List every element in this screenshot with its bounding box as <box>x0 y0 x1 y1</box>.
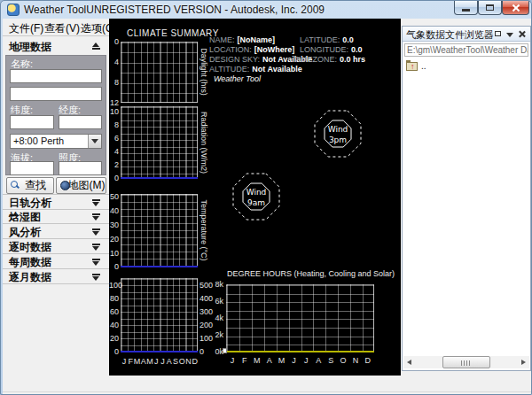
wind-time-label: 9am <box>247 198 265 207</box>
xtick-month: A <box>263 356 276 365</box>
ytick: 4 <box>109 58 119 66</box>
panel-header-geographic-data[interactable]: 地理数据 <box>3 39 109 54</box>
ytick: 12 <box>109 98 119 107</box>
expand-icon[interactable] <box>92 259 100 266</box>
name-input-2[interactable] <box>10 87 102 101</box>
ytick: 40 <box>109 321 119 329</box>
xtick-month: D <box>362 356 374 365</box>
climate-summary-canvas[interactable]: CLIMATE SUMMARY NAME:[NoName] LOCATION:[… <box>109 19 401 376</box>
timezone-selected-value: +8:00 Perth <box>13 136 64 146</box>
scroll-left-icon[interactable] <box>403 356 416 368</box>
scroll-right-icon[interactable] <box>517 356 529 368</box>
geographic-data-group: 名称: 纬度: 经度: +8:00 Perth 海拔: 照度: <box>5 55 106 175</box>
sidebar-item-monthly-data[interactable]: 逐月数据 <box>3 269 109 284</box>
monthly-dual-plot <box>121 278 198 352</box>
ytick: 0 <box>109 262 119 271</box>
illuminance-input[interactable] <box>59 161 102 175</box>
ytick: 80 <box>109 294 119 303</box>
ytick: 6 <box>109 134 119 143</box>
ytick: 4k <box>207 314 223 322</box>
monthly-baseline <box>121 351 198 352</box>
latitude-input[interactable] <box>10 115 54 129</box>
altitude-input[interactable] <box>10 161 54 175</box>
degree-hours-plot <box>226 284 374 352</box>
expand-icon[interactable] <box>92 244 100 251</box>
app-icon <box>7 4 20 16</box>
expand-icon[interactable] <box>92 199 100 206</box>
info-longitude: LONGITUDE:0.0 <box>300 45 363 54</box>
longitude-input[interactable] <box>59 115 102 129</box>
panel-menu-icon[interactable] <box>505 30 513 38</box>
collapse-icon[interactable] <box>92 43 100 50</box>
wind-label: Wind <box>328 125 348 134</box>
ytick: 30 <box>109 221 119 229</box>
search-button[interactable]: 查找 <box>6 177 54 194</box>
wind-rose-3pm[interactable]: Wind 3pm <box>309 105 366 162</box>
xtick-month: F <box>239 356 251 365</box>
horizontal-scrollbar[interactable] <box>403 356 529 368</box>
map-button[interactable]: 地图(M) <box>56 177 106 194</box>
title-bar[interactable]: Weather ToolUNREGISTERED VERSION - Autod… <box>1 1 532 19</box>
menu-item-file[interactable]: 文件(F) <box>9 21 43 36</box>
xtick-month: S <box>325 356 337 365</box>
ytick: 20 <box>109 235 119 244</box>
ytick: 0 <box>109 347 119 356</box>
wind-time-label: 3pm <box>329 136 347 144</box>
sidebar-item-hourly-data[interactable]: 逐时数据 <box>3 239 109 254</box>
temperature-plot <box>121 194 198 267</box>
maximize-button[interactable] <box>478 1 502 15</box>
ytick: 6k <box>207 297 223 306</box>
ytick: 0 <box>109 37 119 46</box>
client-area: 文件(F) 查看(V) 选项(O) 地理数据 名称: 纬度: 经度: +8:00… <box>3 19 531 393</box>
sidebar-item-wind-analysis[interactable]: 风分析 <box>3 224 109 239</box>
expand-icon[interactable] <box>92 228 100 236</box>
wind-rose-outer-octagon <box>315 111 361 157</box>
sidebar-item-psychrometric-chart[interactable]: 焓湿图 <box>3 209 109 224</box>
temperature-axis-label: Temperature (°C) <box>200 199 208 260</box>
chevron-down-icon <box>91 139 98 143</box>
xtick-month: A <box>312 356 325 365</box>
search-button-label: 查找 <box>25 179 46 191</box>
info-name: NAME:[NoName] <box>209 35 275 44</box>
daylight-axis-label: Daylight (hrs) <box>200 48 208 96</box>
scrollbar-thumb[interactable] <box>442 356 490 368</box>
ytick: 0 <box>109 174 119 182</box>
minimize-button[interactable] <box>454 1 478 15</box>
ytick: 2k <box>207 330 223 339</box>
degree-hours-baseline <box>226 351 374 352</box>
ytick: 4 <box>109 147 119 156</box>
combo-dropdown-button[interactable] <box>88 135 101 148</box>
browser-title-bar[interactable]: 气象数据文件浏览器 <box>403 27 530 42</box>
info-timezone: TIMEZONE:0.0 hrs <box>293 55 365 64</box>
xtick-month: J <box>288 356 301 365</box>
float-panel-icon[interactable] <box>494 30 502 38</box>
xtick-month: D <box>192 357 199 366</box>
close-button[interactable] <box>502 1 529 15</box>
sidebar-item-sunpath-analysis[interactable]: 日轨分析 <box>3 194 109 210</box>
globe-icon <box>60 181 70 190</box>
path-field[interactable]: E:\gm\WeatherTool\Weather Data <box>404 43 528 57</box>
wind-label: Wind <box>246 188 267 197</box>
sidebar-item-weekly-data[interactable]: 每周数据 <box>3 254 109 269</box>
ytick: 20 <box>109 334 119 343</box>
wind-rose-9am[interactable]: Wind 9am <box>228 168 285 225</box>
ytick: 8 <box>109 78 119 87</box>
xtick-month: J <box>300 356 312 365</box>
degree-hours-title: DEGREE HOURS (Heating, Cooling and Solar… <box>227 269 395 278</box>
ytick: 40 <box>109 206 119 215</box>
file-list: ↑ .. <box>404 59 528 365</box>
timezone-select[interactable]: +8:00 Perth <box>10 134 102 149</box>
name-input-1[interactable] <box>10 69 102 83</box>
radiation-plot <box>121 106 198 179</box>
xtick-month: O <box>337 356 349 365</box>
expand-icon[interactable] <box>92 213 100 221</box>
panel-header-label: 地理数据 <box>9 40 51 55</box>
xtick-month: J <box>226 356 239 365</box>
panel-close-icon[interactable] <box>518 30 526 38</box>
expand-icon[interactable] <box>92 274 100 281</box>
xtick-month: M <box>251 356 263 365</box>
menu-item-view[interactable]: 查看(V) <box>44 21 80 36</box>
sidebar: 文件(F) 查看(V) 选项(O) 地理数据 名称: 纬度: 经度: +8:00… <box>3 19 110 376</box>
maximize-icon <box>486 4 494 11</box>
minimize-icon <box>462 9 470 12</box>
